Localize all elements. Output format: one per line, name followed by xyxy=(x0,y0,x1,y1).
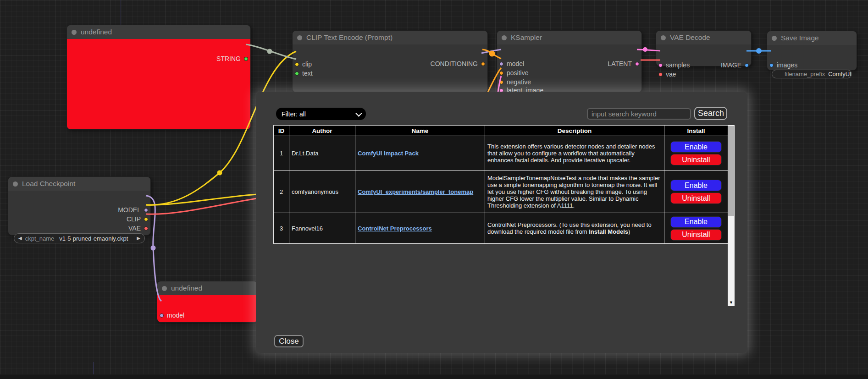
collapse-dot-icon[interactable] xyxy=(661,35,666,40)
node-header[interactable]: Save Image xyxy=(767,31,857,45)
prev-arrow-icon[interactable]: ◀ xyxy=(18,236,22,241)
image-output-dot[interactable] xyxy=(745,63,749,67)
output-slot-vae[interactable]: VAE xyxy=(128,225,148,232)
input-slot-text[interactable]: text xyxy=(295,70,313,77)
slot-label: model xyxy=(167,312,184,319)
cell-name: ControlNet Preprocessors xyxy=(355,213,485,244)
input-slot-negative[interactable]: negative xyxy=(499,78,531,86)
node-header[interactable]: VAE Decode xyxy=(656,31,751,44)
vae-output-dot[interactable] xyxy=(144,226,148,231)
node-title: Save Image xyxy=(781,34,819,42)
node-undefined-top[interactable]: undefined STRING xyxy=(66,25,251,130)
text-input-dot[interactable] xyxy=(295,71,299,76)
input-slot-positive[interactable]: positive xyxy=(499,69,528,77)
node-body-error: STRING xyxy=(67,39,250,129)
filter-dropdown-value: Filter: all xyxy=(282,110,306,118)
slot-label: CONDITIONING xyxy=(431,60,478,67)
extension-link[interactable]: ComfyUI_experiments/sampler_tonemap xyxy=(358,188,473,195)
model-input-dot[interactable] xyxy=(499,62,503,66)
extension-link[interactable]: ControlNet Preprocessors xyxy=(358,225,432,232)
negative-input-dot[interactable] xyxy=(499,80,503,84)
node-header[interactable]: Load Checkpoint xyxy=(8,177,150,191)
output-slot-clip[interactable]: CLIP xyxy=(127,215,148,223)
conditioning-output-dot[interactable] xyxy=(481,62,485,66)
cell-name: ComfyUI Impact Pack xyxy=(355,136,485,171)
wire-string xyxy=(246,44,296,59)
node-undefined-bottom[interactable]: undefined model xyxy=(157,281,258,323)
slot-label: VAE xyxy=(128,225,141,232)
output-slot-string[interactable]: STRING xyxy=(216,55,248,62)
extension-row: 1Dr.Lt.DataComfyUI Impact PackThis exten… xyxy=(274,136,728,171)
output-slot-conditioning[interactable]: CONDITIONING xyxy=(431,60,485,67)
input-slot-clip[interactable]: clip xyxy=(295,60,312,68)
slot-label: samples xyxy=(666,61,690,69)
enable-button[interactable]: Enable xyxy=(670,180,722,191)
wire-midpoint-dot xyxy=(489,51,495,57)
slot-label: clip xyxy=(302,60,312,68)
enable-button[interactable]: Enable xyxy=(670,141,722,153)
filter-dropdown[interactable]: Filter: all xyxy=(276,108,366,120)
extension-row: 2comfyanonymousComfyUI_experiments/sampl… xyxy=(274,171,728,213)
ckpt-name-widget[interactable]: ◀ ckpt_name v1-5-pruned-emaonly.ckpt ▶ xyxy=(14,233,145,243)
output-slot-image[interactable]: IMAGE xyxy=(721,61,749,69)
input-slot-samples[interactable]: samples xyxy=(658,61,690,69)
input-slot-model[interactable]: model xyxy=(160,312,184,319)
collapse-dot-icon[interactable] xyxy=(772,36,777,41)
input-slot-vae[interactable]: vae xyxy=(658,71,676,78)
node-header[interactable]: KSampler xyxy=(497,31,641,44)
node-ksampler[interactable]: KSampler model positive negative latent_… xyxy=(497,30,642,93)
search-button[interactable]: Search xyxy=(694,107,727,120)
wire-midpoint-dot xyxy=(756,48,762,54)
output-slot-model[interactable]: MODEL xyxy=(118,206,148,214)
cell-description: ModelSamplerTonemapNoiseTest a node that… xyxy=(485,171,664,213)
extension-link[interactable]: ComfyUI Impact Pack xyxy=(358,150,419,157)
cell-install: EnableUninstall xyxy=(664,136,728,171)
node-save-image[interactable]: Save Image images filename_prefix ComfyU… xyxy=(767,31,857,71)
collapse-dot-icon[interactable] xyxy=(502,35,507,40)
vae-input-dot[interactable] xyxy=(658,72,663,77)
latent-output-dot[interactable] xyxy=(635,62,639,66)
node-clip-text-encode[interactable]: CLIP Text Encode (Prompt) clip text COND… xyxy=(292,30,488,93)
collapse-dot-icon[interactable] xyxy=(162,286,167,291)
node-header[interactable]: undefined xyxy=(157,281,257,295)
node-header[interactable]: CLIP Text Encode (Prompt) xyxy=(293,31,487,44)
close-button[interactable]: Close xyxy=(274,335,304,347)
wire-vae xyxy=(146,198,257,214)
node-header[interactable]: undefined xyxy=(67,25,250,39)
node-body: images filename_prefix ComfyUI xyxy=(767,45,857,70)
string-output-dot[interactable] xyxy=(244,57,248,61)
images-input-dot[interactable] xyxy=(769,63,774,67)
collapse-dot-icon[interactable] xyxy=(72,30,77,35)
slot-label: STRING xyxy=(216,55,241,62)
collapse-dot-icon[interactable] xyxy=(13,181,18,187)
model-input-dot[interactable] xyxy=(160,313,164,318)
node-title: VAE Decode xyxy=(670,33,710,42)
search-input[interactable] xyxy=(587,108,691,120)
node-title: Load Checkpoint xyxy=(22,180,75,188)
samples-input-dot[interactable] xyxy=(658,63,663,67)
clip-output-dot[interactable] xyxy=(144,217,148,221)
wire-midpoint-dot xyxy=(643,47,647,52)
clip-input-dot[interactable] xyxy=(295,62,299,66)
filename-prefix-widget[interactable]: filename_prefix ComfyUI xyxy=(772,70,852,78)
scrollbar-thumb[interactable] xyxy=(728,126,734,216)
slot-label: MODEL xyxy=(118,206,141,214)
uninstall-button[interactable]: Uninstall xyxy=(670,154,722,165)
node-load-checkpoint[interactable]: Load Checkpoint MODEL CLIP VAE ◀ ckpt_na… xyxy=(8,176,151,236)
output-slot-latent[interactable]: LATENT xyxy=(608,60,639,67)
table-scrollbar[interactable]: ▼ xyxy=(728,125,735,306)
input-slot-images[interactable]: images xyxy=(769,61,797,69)
model-output-dot[interactable] xyxy=(144,208,148,212)
chevron-down-icon xyxy=(355,110,362,116)
next-arrow-icon[interactable]: ▶ xyxy=(137,236,140,241)
positive-input-dot[interactable] xyxy=(499,71,503,75)
cell-author: Dr.Lt.Data xyxy=(289,136,355,171)
scrollbar-down-arrow-icon[interactable]: ▼ xyxy=(728,299,735,306)
enable-button[interactable]: Enable xyxy=(670,216,722,228)
collapse-dot-icon[interactable] xyxy=(297,35,302,40)
uninstall-button[interactable]: Uninstall xyxy=(670,192,722,204)
uninstall-button[interactable]: Uninstall xyxy=(670,229,722,241)
node-vae-decode[interactable]: VAE Decode samples vae IMAGE xyxy=(656,30,752,66)
extension-table-area: ID Author Name Description Install 1Dr.L… xyxy=(273,125,735,244)
input-slot-model[interactable]: model xyxy=(499,60,524,67)
